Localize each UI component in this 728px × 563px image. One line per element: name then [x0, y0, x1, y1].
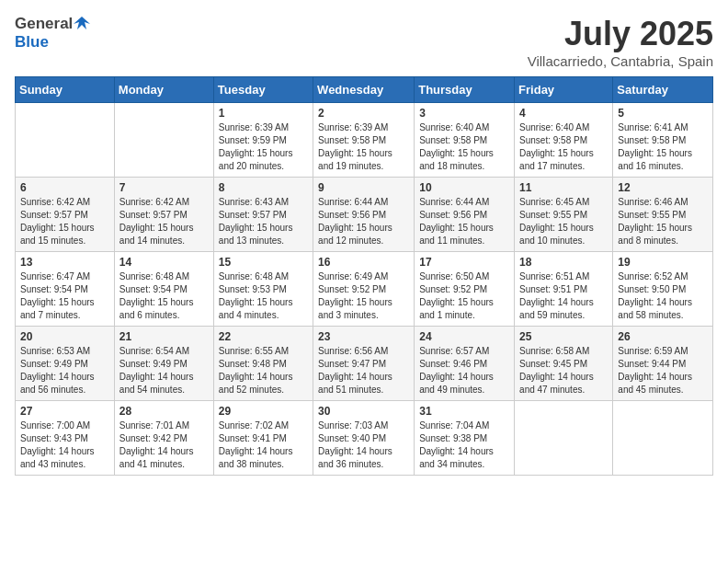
logo-general: General [15, 15, 73, 33]
cell-sun-info: Sunrise: 6:49 AM Sunset: 9:52 PM Dayligh… [318, 270, 409, 322]
calendar-cell: 28Sunrise: 7:01 AM Sunset: 9:42 PM Dayli… [114, 401, 213, 476]
day-number: 1 [219, 107, 308, 120]
calendar-cell: 12Sunrise: 6:46 AM Sunset: 9:55 PM Dayli… [613, 178, 713, 252]
cell-sun-info: Sunrise: 6:44 AM Sunset: 9:56 PM Dayligh… [318, 196, 409, 247]
calendar-cell: 10Sunrise: 6:44 AM Sunset: 9:56 PM Dayli… [415, 178, 515, 252]
calendar-cell: 29Sunrise: 7:02 AM Sunset: 9:41 PM Dayli… [213, 401, 313, 476]
cell-sun-info: Sunrise: 6:59 AM Sunset: 9:44 PM Dayligh… [618, 345, 708, 396]
day-number: 15 [219, 256, 308, 269]
cell-sun-info: Sunrise: 6:39 AM Sunset: 9:59 PM Dayligh… [219, 121, 308, 173]
calendar-cell: 19Sunrise: 6:52 AM Sunset: 9:50 PM Dayli… [613, 252, 713, 327]
cell-sun-info: Sunrise: 6:44 AM Sunset: 9:56 PM Dayligh… [419, 196, 509, 247]
cell-sun-info: Sunrise: 6:48 AM Sunset: 9:54 PM Dayligh… [119, 270, 209, 322]
day-number: 20 [20, 330, 109, 343]
calendar-header-row: Sunday Monday Tuesday Wednesday Thursday… [16, 77, 713, 103]
calendar-week-row: 13Sunrise: 6:47 AM Sunset: 9:54 PM Dayli… [16, 252, 713, 327]
day-number: 4 [519, 107, 608, 120]
day-number: 10 [419, 181, 509, 194]
calendar-cell: 24Sunrise: 6:57 AM Sunset: 9:46 PM Dayli… [415, 327, 515, 401]
cell-sun-info: Sunrise: 6:51 AM Sunset: 9:51 PM Dayligh… [519, 270, 608, 322]
calendar-cell: 5Sunrise: 6:41 AM Sunset: 9:58 PM Daylig… [613, 103, 713, 178]
cell-sun-info: Sunrise: 6:54 AM Sunset: 9:49 PM Dayligh… [119, 345, 209, 396]
cell-sun-info: Sunrise: 6:48 AM Sunset: 9:53 PM Dayligh… [219, 270, 308, 322]
cell-sun-info: Sunrise: 7:02 AM Sunset: 9:41 PM Dayligh… [219, 419, 308, 471]
svg-marker-0 [74, 17, 90, 29]
cell-sun-info: Sunrise: 6:42 AM Sunset: 9:57 PM Dayligh… [20, 196, 109, 247]
col-saturday: Saturday [613, 77, 713, 103]
cell-sun-info: Sunrise: 7:00 AM Sunset: 9:43 PM Dayligh… [20, 419, 109, 471]
day-number: 23 [318, 330, 409, 343]
day-number: 31 [419, 405, 509, 418]
day-number: 11 [519, 181, 608, 194]
cell-sun-info: Sunrise: 6:39 AM Sunset: 9:58 PM Dayligh… [318, 121, 409, 173]
day-number: 5 [618, 107, 708, 120]
calendar-cell: 7Sunrise: 6:42 AM Sunset: 9:57 PM Daylig… [114, 178, 213, 252]
day-number: 30 [318, 405, 409, 418]
cell-sun-info: Sunrise: 7:01 AM Sunset: 9:42 PM Dayligh… [119, 419, 209, 471]
day-number: 22 [219, 330, 308, 343]
cell-sun-info: Sunrise: 6:41 AM Sunset: 9:58 PM Dayligh… [618, 121, 708, 173]
location-subtitle: Villacarriedo, Cantabria, Spain [528, 53, 713, 69]
day-number: 8 [219, 181, 308, 194]
calendar-cell [515, 401, 613, 476]
page-header: General Blue July 2025 Villacarriedo, Ca… [15, 15, 713, 69]
col-monday: Monday [114, 77, 213, 103]
cell-sun-info: Sunrise: 6:42 AM Sunset: 9:57 PM Dayligh… [119, 196, 209, 247]
calendar-cell: 27Sunrise: 7:00 AM Sunset: 9:43 PM Dayli… [16, 401, 115, 476]
calendar-week-row: 20Sunrise: 6:53 AM Sunset: 9:49 PM Dayli… [16, 327, 713, 401]
cell-sun-info: Sunrise: 7:03 AM Sunset: 9:40 PM Dayligh… [318, 419, 409, 471]
day-number: 9 [318, 181, 409, 194]
col-sunday: Sunday [16, 77, 115, 103]
calendar-cell [613, 401, 713, 476]
calendar-cell: 13Sunrise: 6:47 AM Sunset: 9:54 PM Dayli… [16, 252, 115, 327]
calendar-table: Sunday Monday Tuesday Wednesday Thursday… [15, 76, 713, 476]
cell-sun-info: Sunrise: 6:56 AM Sunset: 9:47 PM Dayligh… [318, 345, 409, 396]
calendar-cell: 21Sunrise: 6:54 AM Sunset: 9:49 PM Dayli… [114, 327, 213, 401]
cell-sun-info: Sunrise: 6:57 AM Sunset: 9:46 PM Dayligh… [419, 345, 509, 396]
col-friday: Friday [515, 77, 613, 103]
day-number: 28 [119, 405, 209, 418]
calendar-cell: 3Sunrise: 6:40 AM Sunset: 9:58 PM Daylig… [415, 103, 515, 178]
logo-bird-icon [74, 15, 90, 31]
day-number: 21 [119, 330, 209, 343]
calendar-week-row: 27Sunrise: 7:00 AM Sunset: 9:43 PM Dayli… [16, 401, 713, 476]
calendar-cell: 23Sunrise: 6:56 AM Sunset: 9:47 PM Dayli… [313, 327, 415, 401]
cell-sun-info: Sunrise: 6:40 AM Sunset: 9:58 PM Dayligh… [419, 121, 509, 173]
cell-sun-info: Sunrise: 6:40 AM Sunset: 9:58 PM Dayligh… [519, 121, 608, 173]
calendar-cell: 8Sunrise: 6:43 AM Sunset: 9:57 PM Daylig… [213, 178, 313, 252]
calendar-cell: 31Sunrise: 7:04 AM Sunset: 9:38 PM Dayli… [415, 401, 515, 476]
day-number: 16 [318, 256, 409, 269]
col-wednesday: Wednesday [313, 77, 415, 103]
cell-sun-info: Sunrise: 6:53 AM Sunset: 9:49 PM Dayligh… [20, 345, 109, 396]
calendar-cell: 18Sunrise: 6:51 AM Sunset: 9:51 PM Dayli… [515, 252, 613, 327]
calendar-cell: 25Sunrise: 6:58 AM Sunset: 9:45 PM Dayli… [515, 327, 613, 401]
calendar-week-row: 1Sunrise: 6:39 AM Sunset: 9:59 PM Daylig… [16, 103, 713, 178]
calendar-cell [114, 103, 213, 178]
day-number: 25 [519, 330, 608, 343]
cell-sun-info: Sunrise: 6:58 AM Sunset: 9:45 PM Dayligh… [519, 345, 608, 396]
calendar-cell: 16Sunrise: 6:49 AM Sunset: 9:52 PM Dayli… [313, 252, 415, 327]
cell-sun-info: Sunrise: 6:47 AM Sunset: 9:54 PM Dayligh… [20, 270, 109, 322]
calendar-week-row: 6Sunrise: 6:42 AM Sunset: 9:57 PM Daylig… [16, 178, 713, 252]
calendar-cell [16, 103, 115, 178]
cell-sun-info: Sunrise: 6:52 AM Sunset: 9:50 PM Dayligh… [618, 270, 708, 322]
calendar-cell: 15Sunrise: 6:48 AM Sunset: 9:53 PM Dayli… [213, 252, 313, 327]
day-number: 24 [419, 330, 509, 343]
calendar-cell: 11Sunrise: 6:45 AM Sunset: 9:55 PM Dayli… [515, 178, 613, 252]
day-number: 29 [219, 405, 308, 418]
calendar-cell: 6Sunrise: 6:42 AM Sunset: 9:57 PM Daylig… [16, 178, 115, 252]
calendar-cell: 9Sunrise: 6:44 AM Sunset: 9:56 PM Daylig… [313, 178, 415, 252]
day-number: 27 [20, 405, 109, 418]
col-tuesday: Tuesday [213, 77, 313, 103]
title-area: July 2025 Villacarriedo, Cantabria, Spai… [528, 15, 713, 69]
calendar-cell: 4Sunrise: 6:40 AM Sunset: 9:58 PM Daylig… [515, 103, 613, 178]
calendar-cell: 1Sunrise: 6:39 AM Sunset: 9:59 PM Daylig… [213, 103, 313, 178]
calendar-cell: 17Sunrise: 6:50 AM Sunset: 9:52 PM Dayli… [415, 252, 515, 327]
day-number: 12 [618, 181, 708, 194]
day-number: 3 [419, 107, 509, 120]
calendar-cell: 14Sunrise: 6:48 AM Sunset: 9:54 PM Dayli… [114, 252, 213, 327]
day-number: 18 [519, 256, 608, 269]
logo: General Blue [15, 15, 90, 52]
cell-sun-info: Sunrise: 6:55 AM Sunset: 9:48 PM Dayligh… [219, 345, 308, 396]
col-thursday: Thursday [415, 77, 515, 103]
